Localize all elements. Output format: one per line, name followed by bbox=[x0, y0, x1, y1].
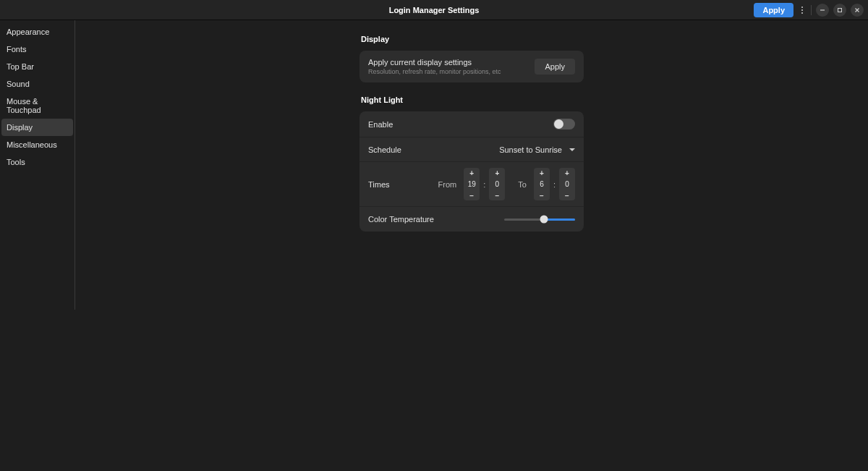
colon: : bbox=[482, 180, 486, 189]
to-hour-value: 6 bbox=[540, 178, 544, 190]
chevron-down-icon bbox=[569, 148, 575, 151]
enable-switch[interactable] bbox=[553, 119, 575, 130]
divider bbox=[811, 5, 812, 15]
schedule-value: Sunset to Sunrise bbox=[499, 145, 562, 154]
schedule-label: Schedule bbox=[368, 145, 401, 154]
to-label: To bbox=[518, 180, 527, 189]
from-hour-value: 19 bbox=[468, 178, 476, 190]
color-temp-label: Color Temperature bbox=[368, 215, 434, 224]
sidebar-item-appearance[interactable]: Appearance bbox=[1, 23, 73, 41]
sidebar-item-topbar[interactable]: Top Bar bbox=[1, 58, 73, 75]
section-title-display: Display bbox=[361, 35, 584, 43]
minus-icon[interactable]: − bbox=[559, 190, 575, 200]
from-hour-stepper[interactable]: + 19 − bbox=[464, 168, 480, 200]
display-panel: Apply current display settings Resolutio… bbox=[359, 51, 584, 82]
sidebar-item-misc[interactable]: Miscellaneous bbox=[1, 136, 73, 153]
apply-display-sublabel: Resolution, refresh rate, monitor positi… bbox=[368, 68, 535, 75]
sidebar-item-display[interactable]: Display bbox=[1, 119, 73, 136]
close-icon[interactable] bbox=[851, 4, 864, 17]
to-min-value: 0 bbox=[565, 178, 569, 190]
enable-label: Enable bbox=[368, 120, 393, 129]
plus-icon[interactable]: + bbox=[464, 168, 480, 178]
sidebar-item-sound[interactable]: Sound bbox=[1, 75, 73, 93]
from-min-value: 0 bbox=[495, 178, 500, 190]
color-temp-slider[interactable] bbox=[504, 218, 575, 221]
section-title-nightlight: Night Light bbox=[361, 96, 584, 104]
to-min-stepper[interactable]: + 0 − bbox=[559, 168, 575, 200]
plus-icon[interactable]: + bbox=[489, 168, 505, 178]
minus-icon[interactable]: − bbox=[464, 190, 480, 200]
minus-icon[interactable]: − bbox=[534, 190, 550, 200]
from-label: From bbox=[438, 180, 457, 189]
sidebar-item-mouse[interactable]: Mouse & Touchpad bbox=[1, 93, 73, 119]
svg-rect-1 bbox=[838, 8, 842, 12]
plus-icon[interactable]: + bbox=[559, 168, 575, 178]
sidebar: Appearance Fonts Top Bar Sound Mouse & T… bbox=[0, 20, 75, 310]
window-title: Login Manager Settings bbox=[389, 6, 480, 14]
minus-icon[interactable]: − bbox=[489, 190, 505, 200]
colon: : bbox=[553, 180, 556, 189]
nightlight-panel: Enable Schedule Sunset to Sunrise Time bbox=[359, 111, 584, 232]
from-min-stepper[interactable]: + 0 − bbox=[489, 168, 505, 200]
schedule-dropdown[interactable]: Sunset to Sunrise bbox=[499, 145, 575, 154]
menu-icon[interactable] bbox=[798, 7, 807, 14]
minimize-icon[interactable] bbox=[816, 4, 829, 17]
times-label: Times bbox=[368, 180, 390, 189]
maximize-icon[interactable] bbox=[833, 4, 846, 17]
to-hour-stepper[interactable]: + 6 − bbox=[534, 168, 550, 200]
sidebar-item-tools[interactable]: Tools bbox=[1, 153, 73, 171]
apply-button[interactable]: Apply bbox=[754, 3, 793, 17]
apply-display-label: Apply current display settings bbox=[368, 58, 535, 67]
apply-display-button[interactable]: Apply bbox=[535, 59, 575, 75]
sidebar-item-fonts[interactable]: Fonts bbox=[1, 41, 73, 58]
plus-icon[interactable]: + bbox=[534, 168, 550, 178]
